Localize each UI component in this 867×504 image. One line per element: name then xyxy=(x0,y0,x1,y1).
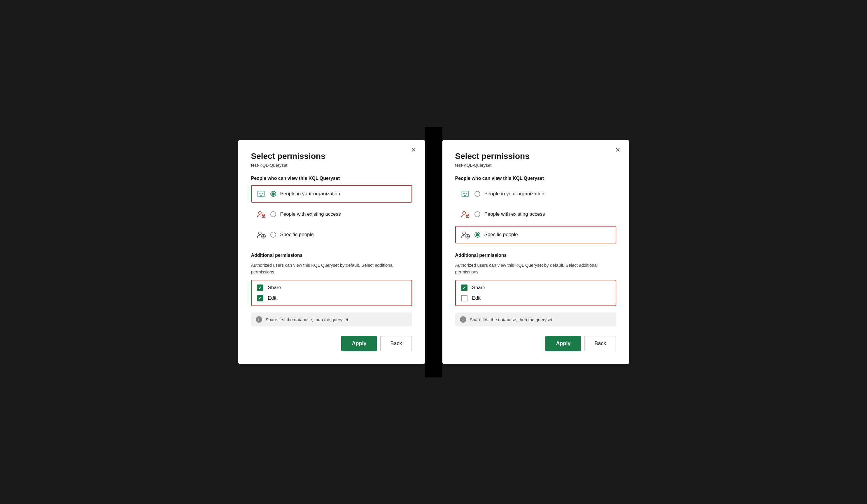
svg-rect-3 xyxy=(260,195,262,197)
left-dialog-subtitle: test-KQL-Queryset xyxy=(251,163,412,168)
right-checkbox-edit[interactable] xyxy=(461,295,468,302)
left-additional-desc: Authorized users can view this KQL Query… xyxy=(251,262,412,275)
left-option-specific-label: Specific people xyxy=(280,232,314,238)
left-apply-button[interactable]: Apply xyxy=(341,336,377,351)
left-additional-section: Additional permissions Authorized users … xyxy=(251,253,412,306)
left-info-icon: i xyxy=(256,316,262,323)
building-icon xyxy=(256,189,266,199)
left-footer: Apply Back xyxy=(251,336,412,351)
right-additional-section: Additional permissions Authorized users … xyxy=(455,253,616,306)
right-checkbox-share-row[interactable]: Share xyxy=(461,285,610,291)
left-dialog: Select permissions test-KQL-Queryset ✕ P… xyxy=(238,140,425,364)
people-lock-icon xyxy=(256,209,266,219)
left-checkbox-share[interactable] xyxy=(257,285,263,291)
left-dialog-title: Select permissions xyxy=(251,152,412,161)
right-people-add-icon xyxy=(460,229,470,240)
svg-rect-13 xyxy=(465,193,467,194)
right-dialog: Select permissions test-KQL-Queryset ✕ P… xyxy=(442,140,629,364)
svg-point-18 xyxy=(462,232,465,235)
right-back-button[interactable]: Back xyxy=(585,336,616,351)
right-radio-options: People in your organization People with … xyxy=(455,185,616,243)
right-checkbox-share[interactable] xyxy=(461,285,468,291)
svg-rect-14 xyxy=(464,195,466,197)
right-apply-button[interactable]: Apply xyxy=(545,336,581,351)
left-option-specific[interactable]: Specific people xyxy=(251,226,412,243)
left-checkbox-share-row[interactable]: Share xyxy=(257,285,406,291)
left-option-existing[interactable]: People with existing access xyxy=(251,206,412,223)
right-radio-specific[interactable] xyxy=(474,232,480,238)
svg-rect-2 xyxy=(261,193,263,194)
right-footer: Apply Back xyxy=(455,336,616,351)
left-radio-specific[interactable] xyxy=(270,232,276,238)
right-building-icon xyxy=(460,189,470,199)
right-checkbox-edit-row[interactable]: Edit xyxy=(461,295,610,302)
right-option-org-label: People in your organization xyxy=(484,191,545,197)
left-additional-label: Additional permissions xyxy=(251,253,412,258)
right-option-existing-label: People with existing access xyxy=(484,211,545,217)
left-back-button[interactable]: Back xyxy=(380,336,412,351)
svg-point-7 xyxy=(258,232,261,235)
left-radio-org[interactable] xyxy=(270,191,276,197)
right-checkbox-edit-label: Edit xyxy=(472,295,481,301)
left-checkbox-edit[interactable] xyxy=(257,295,263,302)
right-info-icon: i xyxy=(460,316,466,323)
left-info-text: Share first the database, then the query… xyxy=(266,317,349,322)
left-checkbox-share-label: Share xyxy=(268,285,281,291)
svg-rect-1 xyxy=(259,193,260,194)
people-add-icon xyxy=(256,229,266,240)
left-option-org-label: People in your organization xyxy=(280,191,340,197)
right-checkboxes-box: Share Edit xyxy=(455,280,616,306)
svg-rect-12 xyxy=(463,193,464,194)
right-close-button[interactable]: ✕ xyxy=(613,146,623,154)
svg-point-4 xyxy=(258,212,261,214)
left-option-existing-label: People with existing access xyxy=(280,211,341,217)
left-info-bar: i Share first the database, then the que… xyxy=(251,313,412,327)
right-dialog-subtitle: test-KQL-Queryset xyxy=(455,163,616,168)
left-close-button[interactable]: ✕ xyxy=(409,146,418,154)
right-checkbox-share-label: Share xyxy=(472,285,485,291)
left-radio-existing[interactable] xyxy=(270,211,276,217)
right-option-specific-label: Specific people xyxy=(484,232,518,238)
left-radio-options: People in your organization People with … xyxy=(251,185,412,243)
left-view-section-label: People who can view this KQL Queryset xyxy=(251,176,412,181)
left-checkbox-edit-row[interactable]: Edit xyxy=(257,295,406,302)
panel-divider xyxy=(425,127,442,377)
left-option-org[interactable]: People in your organization xyxy=(251,185,412,202)
right-radio-existing[interactable] xyxy=(474,211,480,217)
svg-point-17 xyxy=(467,216,468,217)
right-additional-label: Additional permissions xyxy=(455,253,616,258)
right-view-section-label: People who can view this KQL Queryset xyxy=(455,176,616,181)
panels-wrapper: Select permissions test-KQL-Queryset ✕ P… xyxy=(238,127,629,377)
right-option-specific[interactable]: Specific people xyxy=(455,226,616,243)
left-checkboxes-box: Share Edit xyxy=(251,280,412,306)
left-checkbox-edit-label: Edit xyxy=(268,295,277,301)
right-option-existing[interactable]: People with existing access xyxy=(455,206,616,223)
svg-point-15 xyxy=(462,212,465,214)
right-additional-desc: Authorized users can view this KQL Query… xyxy=(455,262,616,275)
right-info-bar: i Share first the database, then the que… xyxy=(455,313,616,327)
right-info-text: Share first the database, then the query… xyxy=(470,317,553,322)
svg-point-6 xyxy=(263,216,264,217)
right-people-lock-icon xyxy=(460,209,470,219)
right-dialog-title: Select permissions xyxy=(455,152,616,161)
right-radio-org[interactable] xyxy=(474,191,480,197)
right-option-org[interactable]: People in your organization xyxy=(455,185,616,202)
